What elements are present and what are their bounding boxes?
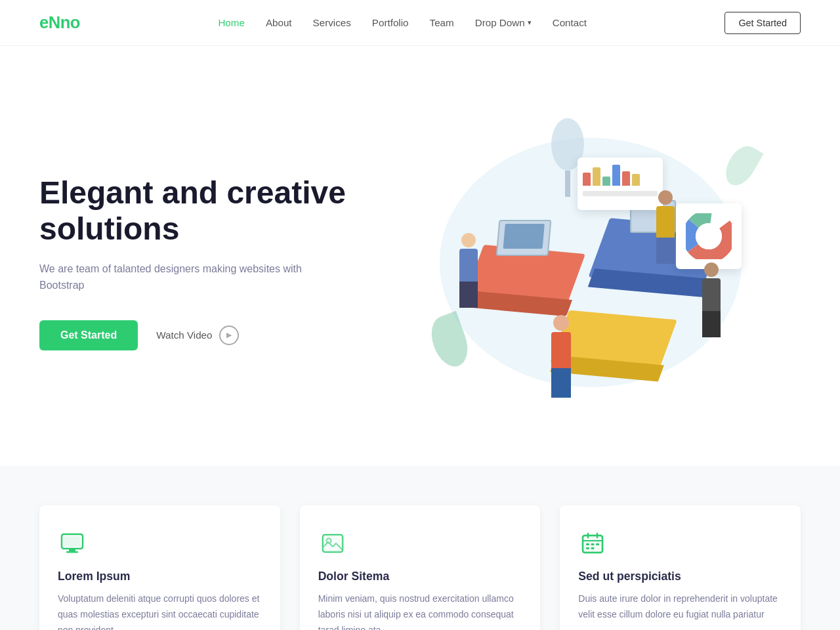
feature-card-3: Sed ut perspiciatis Duis aute irure dolo…: [560, 505, 801, 630]
person3-head: [553, 315, 569, 331]
person1-body: [459, 249, 478, 282]
pie-chart: [686, 213, 732, 259]
logo-accent: e: [39, 13, 49, 32]
play-icon: ▶: [219, 326, 239, 345]
logo: eNno: [39, 13, 80, 32]
watch-video-label: Watch Video: [156, 329, 212, 341]
features-grid: Lorem Ipsum Voluptatum deleniti atque co…: [39, 505, 801, 630]
hero-title: Elegant and creative solutions: [39, 175, 381, 247]
person2-body: [702, 278, 721, 311]
svg-point-3: [696, 223, 722, 249]
tree-trunk: [565, 171, 570, 197]
laptop-screen: [503, 224, 545, 249]
hero-illustration: [381, 98, 801, 427]
nav-contact[interactable]: Contact: [553, 17, 587, 28]
feature-1-desc: Voluptatum deleniti atque corrupti quos …: [58, 591, 262, 630]
feature-1-icon-container: [58, 529, 87, 558]
bar-2: [593, 167, 600, 186]
svg-rect-7: [64, 536, 81, 547]
chevron-down-icon: ▾: [528, 18, 532, 27]
svg-rect-5: [69, 549, 75, 551]
image-icon: [321, 532, 345, 555]
nav-services[interactable]: Services: [313, 17, 351, 28]
hero-actions: Get Started Watch Video ▶: [39, 320, 381, 350]
svg-rect-6: [66, 551, 78, 553]
feature-2-desc: Minim veniam, quis nostrud exercitation …: [318, 591, 522, 630]
monitor-icon: [60, 532, 84, 555]
person2-legs: [702, 311, 721, 337]
person-orange-shirt: [551, 315, 571, 398]
bar-5: [622, 171, 630, 186]
person3-legs: [551, 368, 571, 398]
hero-get-started-button[interactable]: Get Started: [39, 320, 138, 350]
nav-home[interactable]: Home: [218, 17, 245, 28]
person-blue-shirt: [459, 233, 478, 308]
bar-4: [612, 165, 620, 186]
bar-1: [583, 173, 591, 186]
person-dark-suit: [702, 262, 721, 337]
calendar-icon: [581, 532, 604, 555]
logo-text: Nno: [49, 13, 80, 32]
feature-2-icon-container: [318, 529, 347, 558]
hero-subtitle: We are team of talanted designers making…: [39, 261, 322, 294]
chart-bars: [583, 163, 658, 186]
feature-card-1: Lorem Ipsum Voluptatum deleniti atque co…: [39, 505, 280, 630]
svg-rect-15: [586, 543, 589, 545]
person4-legs: [656, 238, 675, 264]
navbar: eNno Home About Services Portfolio Team …: [0, 0, 840, 46]
person2-head: [704, 262, 719, 277]
feature-3-desc: Duis aute irure dolor in reprehenderit i…: [578, 591, 782, 623]
nav-team[interactable]: Team: [430, 17, 454, 28]
svg-rect-16: [591, 543, 595, 545]
hero-content: Elegant and creative solutions We are te…: [39, 175, 381, 350]
hero-section: Elegant and creative solutions We are te…: [0, 46, 840, 466]
nav-dropdown-label: Drop Down: [475, 17, 525, 28]
person4-body: [656, 206, 675, 238]
feature-3-title: Sed ut perspiciatis: [578, 570, 782, 583]
nav-portfolio[interactable]: Portfolio: [372, 17, 409, 28]
feature-2-title: Dolor Sitema: [318, 570, 522, 583]
nav-links: Home About Services Portfolio Team Drop …: [218, 17, 587, 29]
svg-rect-19: [591, 547, 595, 549]
feature-1-title: Lorem Ipsum: [58, 570, 262, 583]
pie-widget: [676, 203, 742, 269]
features-section: Lorem Ipsum Voluptatum deleniti atque co…: [0, 466, 840, 630]
feature-3-icon-container: [578, 529, 607, 558]
person1-head: [461, 233, 476, 247]
person4-head: [658, 190, 673, 205]
svg-rect-10: [323, 535, 343, 552]
leaf-right-decoration: [719, 140, 763, 190]
nav-dropdown[interactable]: Drop Down ▾: [475, 17, 532, 28]
illustration-container: [420, 105, 761, 420]
svg-rect-18: [586, 547, 589, 549]
bar-3: [602, 177, 610, 186]
nav-get-started-button[interactable]: Get Started: [724, 12, 801, 34]
bar-6: [632, 174, 640, 186]
watch-video-link[interactable]: Watch Video ▶: [156, 326, 238, 345]
person1-legs: [459, 282, 478, 308]
feature-card-2: Dolor Sitema Minim veniam, quis nostrud …: [300, 505, 541, 630]
laptop: [496, 220, 552, 256]
person3-body: [551, 332, 571, 368]
svg-rect-17: [596, 543, 599, 545]
chart-widget: [578, 158, 663, 210]
nav-about[interactable]: About: [266, 17, 292, 28]
chart-baseline: [583, 191, 658, 196]
person-yellow-jacket: [656, 190, 675, 264]
